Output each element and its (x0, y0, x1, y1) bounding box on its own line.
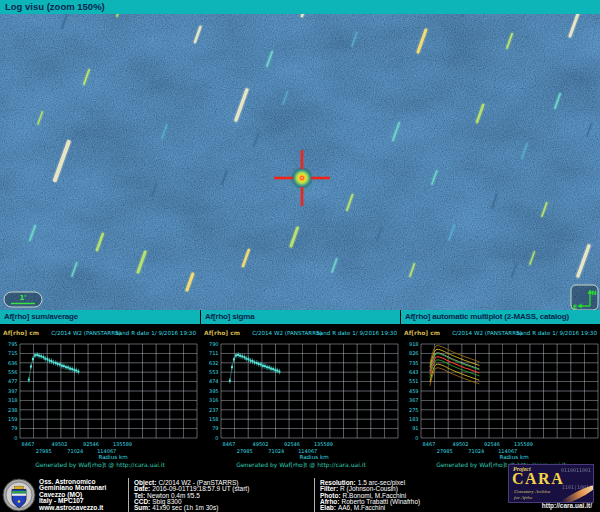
compass-east-label: E (573, 303, 577, 310)
svg-text:0: 0 (14, 435, 17, 441)
svg-text:8467: 8467 (22, 441, 35, 447)
svg-text:49502: 49502 (253, 441, 269, 447)
svg-text:135589: 135589 (314, 441, 333, 447)
afrho-report-window: Log visu (zoom 150%) (0, 0, 600, 512)
svg-text:316: 316 (209, 397, 219, 403)
svg-text:474: 474 (209, 378, 219, 384)
cara-name-label: CARA (512, 470, 564, 488)
plot-panel-title: Af[rho] sigma (201, 310, 400, 324)
svg-text:790: 790 (209, 341, 219, 347)
svg-text:158: 158 (209, 416, 219, 422)
scale-bar: 1' (4, 292, 42, 307)
svg-text:237: 237 (209, 407, 219, 413)
svg-text:band R date 1/ 9/2016 19:30: band R date 1/ 9/2016 19:30 (516, 330, 597, 336)
credits-details: Resolution:1.5 arc-sec/pixel Filter:R (J… (314, 478, 484, 512)
svg-text:27985: 27985 (36, 448, 52, 454)
cara-tagline: Cometary Archive (514, 489, 550, 494)
cara-project-block: 0110011001 1101|1001| Project CARA Comet… (484, 478, 600, 512)
observatory-website: www.astrocavezzo.it (39, 505, 106, 512)
image-title-bar: Log visu (zoom 150%) (0, 0, 600, 14)
svg-text:Generated by Waf[rho]t @ http:: Generated by Waf[rho]t @ http://cara.uai… (236, 461, 366, 469)
image-title: Log visu (zoom 150%) (5, 1, 105, 12)
svg-text:79: 79 (212, 425, 218, 431)
svg-text:826: 826 (409, 350, 419, 356)
svg-text:Af[rho] cm: Af[rho] cm (404, 329, 440, 336)
svg-text:Af[rho] cm: Af[rho] cm (3, 329, 39, 336)
svg-text:183: 183 (409, 416, 419, 422)
scale-bar-label: 1' (19, 294, 26, 302)
svg-text:159: 159 (8, 416, 18, 422)
afrho-multiplot-chart: Af[rho] cmC/2014 W2 (PANSTARRS)band R da… (401, 324, 600, 478)
svg-text:27985: 27985 (437, 448, 453, 454)
svg-text:275: 275 (409, 407, 419, 413)
svg-text:Radius km: Radius km (299, 454, 328, 460)
svg-text:459: 459 (409, 388, 419, 394)
plot-panel-title: Af[rho] sum/average (0, 310, 200, 324)
svg-text:Radius km: Radius km (98, 454, 127, 460)
svg-text:C/2014 W2 (PANSTARRS): C/2014 W2 (PANSTARRS) (252, 330, 322, 336)
svg-text:643: 643 (409, 369, 419, 375)
compass-rose-icon: N E (571, 285, 598, 310)
plot-panel-sigma: Af[rho] sigma Af[rho] cmC/2014 W2 (PANST… (200, 310, 400, 478)
svg-text:367: 367 (409, 397, 419, 403)
observation-details: Object:C/2014 W2 - (PanSTARRS) Date:2016… (128, 478, 314, 512)
svg-text:band R date 1/ 9/2016 19:30: band R date 1/ 9/2016 19:30 (316, 330, 397, 336)
svg-text:395: 395 (209, 388, 219, 394)
detail-row-sum: Sum:41x90 sec (1h 1m 30s) (134, 505, 314, 511)
plot-panel-title: Af[rho] automatic multiplot (2-MASS, cat… (401, 310, 600, 324)
svg-text:C/2014 W2 (PANSTARRS): C/2014 W2 (PANSTARRS) (51, 330, 121, 336)
svg-text:Generated by Waf[rho]t @ http:: Generated by Waf[rho]t @ http://cara.uai… (35, 461, 165, 469)
svg-text:135589: 135589 (514, 441, 533, 447)
starfield-image: 1' N E (0, 14, 600, 310)
info-footer-bar: Oss. Astronomico Geminiano Montanari Cav… (0, 478, 600, 512)
svg-text:92546: 92546 (484, 441, 500, 447)
svg-text:477: 477 (8, 378, 18, 384)
svg-text:C/2014 W2 (PANSTARRS): C/2014 W2 (PANSTARRS) (452, 330, 522, 336)
svg-text:49502: 49502 (453, 441, 469, 447)
svg-text:27985: 27985 (237, 448, 253, 454)
afrho-sigma-chart: Af[rho] cmC/2014 W2 (PANSTARRS)band R da… (201, 324, 401, 478)
afrho-sum-average-chart: Af[rho] cmC/2014 W2 (PANSTARRS)band R da… (0, 324, 200, 478)
svg-text:Af[rho] cm: Af[rho] cm (204, 329, 240, 336)
svg-text:71024: 71024 (67, 448, 83, 454)
svg-text:8467: 8467 (423, 441, 436, 447)
svg-text:238: 238 (8, 407, 18, 413)
svg-text:318: 318 (8, 397, 18, 403)
svg-text:band R date 1/ 9/2016 19:30: band R date 1/ 9/2016 19:30 (115, 330, 196, 336)
svg-text:551: 551 (409, 378, 419, 384)
svg-text:0: 0 (215, 435, 218, 441)
compass-north-label: N (592, 289, 597, 296)
svg-text:8467: 8467 (223, 441, 236, 447)
svg-text:918: 918 (409, 341, 419, 347)
svg-text:553: 553 (209, 369, 219, 375)
svg-text:79: 79 (11, 425, 17, 431)
cara-tagline: for Afrho (514, 495, 532, 500)
svg-text:71024: 71024 (468, 448, 484, 454)
svg-text:632: 632 (209, 360, 219, 366)
svg-text:556: 556 (8, 369, 18, 375)
plot-panel-multiplot: Af[rho] automatic multiplot (2-MASS, cat… (400, 310, 600, 478)
cara-binary-decoration: 0110011001 (561, 467, 591, 473)
detail-row-elab: Elab:AA6, M.Facchini (320, 505, 484, 511)
svg-text:715: 715 (8, 350, 18, 356)
svg-text:71024: 71024 (268, 448, 284, 454)
svg-text:92546: 92546 (284, 441, 300, 447)
svg-text:135589: 135589 (113, 441, 132, 447)
svg-text:636: 636 (8, 360, 18, 366)
starfield-section: 1' N E (0, 14, 600, 310)
plot-panel-sum-average: Af[rho] sum/average Af[rho] cmC/2014 W2 … (0, 310, 200, 478)
afrho-plots-row: Af[rho] sum/average Af[rho] cmC/2014 W2 … (0, 310, 600, 478)
svg-text:735: 735 (409, 360, 419, 366)
svg-text:Radius km: Radius km (499, 454, 528, 460)
svg-text:397: 397 (8, 388, 18, 394)
cara-url: http://cara.uai.it/ (542, 502, 592, 509)
svg-text:91: 91 (412, 425, 418, 431)
observatory-block: Oss. Astronomico Geminiano Montanari Cav… (0, 478, 128, 512)
observatory-seal-logo (2, 478, 36, 512)
cara-logo: 0110011001 1101|1001| Project CARA Comet… (508, 464, 594, 503)
svg-text:0: 0 (415, 435, 418, 441)
svg-text:795: 795 (8, 341, 18, 347)
svg-text:92546: 92546 (83, 441, 99, 447)
svg-text:49502: 49502 (52, 441, 68, 447)
svg-text:711: 711 (209, 350, 219, 356)
